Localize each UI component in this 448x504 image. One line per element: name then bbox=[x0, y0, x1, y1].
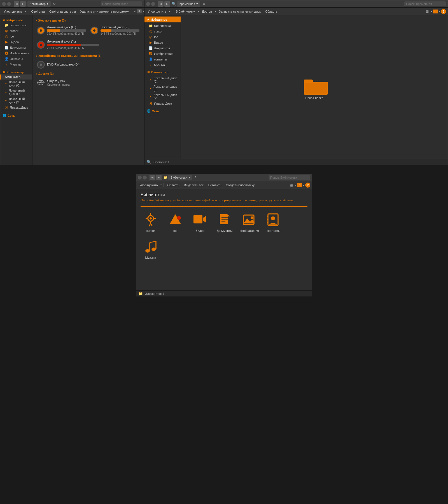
right-sidebar-ico[interactable]: ◎ Ico bbox=[144, 34, 181, 40]
bottom-refresh-button[interactable]: ↻ bbox=[194, 175, 198, 180]
library-music[interactable]: Музыка bbox=[141, 238, 161, 260]
forward-button[interactable]: ▶ bbox=[20, 1, 26, 7]
sidebar-item-video[interactable]: ▶ Видео bbox=[0, 39, 32, 45]
left-breadcrumb[interactable]: Компьютер ▾ bbox=[27, 1, 51, 7]
sidebar-item-disk-e[interactable]: ● Локальный диск (E: bbox=[0, 88, 32, 96]
right-window-icon[interactable]: □ bbox=[433, 10, 438, 13]
bottom-help-button[interactable]: ? bbox=[305, 183, 310, 188]
sidebar-item-disk-c[interactable]: ● Локальный диск (C: bbox=[0, 80, 32, 88]
refresh-button[interactable]: ↻ bbox=[52, 1, 56, 6]
sidebar-item-contacts[interactable]: 👤 контакты bbox=[0, 56, 32, 62]
drive-e[interactable]: Локальный диск (E:) 146 ГБ свободно на 2… bbox=[89, 24, 141, 36]
right-sidebar-contacts[interactable]: 👤 контакты bbox=[144, 57, 181, 62]
right-sidebar-images[interactable]: 🖼 Изображения bbox=[144, 51, 181, 57]
svg-point-12 bbox=[150, 217, 152, 220]
right-disk-y-icon: ● bbox=[149, 95, 152, 98]
arrange-button[interactable]: Упорядочить bbox=[2, 9, 24, 14]
drive-c-free: 32.4 ГБ свободно на 49.2 ГБ bbox=[47, 32, 86, 35]
right-disk-e[interactable]: ● Локальный диск (E: bbox=[144, 84, 181, 92]
left-search-input[interactable] bbox=[100, 1, 142, 7]
bottom-minimize-button[interactable] bbox=[143, 176, 147, 179]
left-window-content: ★ Избранное 📁 Библиотеки ◎ cursor ◎ Ico … bbox=[0, 15, 144, 165]
dvd-drive[interactable]: DVD RW дисковод (D:) bbox=[36, 60, 141, 70]
minimize-button[interactable] bbox=[7, 2, 11, 6]
bottom-back-button[interactable]: ◀ bbox=[150, 175, 155, 180]
toolbar-right: II • □ • ? bbox=[137, 9, 144, 14]
bottom-window-icon[interactable]: □ bbox=[297, 183, 302, 187]
bottom-breadcrumb[interactable]: Библиотеки ▾ bbox=[168, 175, 192, 180]
library-contacts[interactable]: контакты bbox=[264, 211, 284, 234]
right-breadcrumb[interactable]: временная ▾ bbox=[177, 1, 200, 7]
area-button[interactable]: Область bbox=[263, 9, 279, 14]
sidebar-item-disk-y[interactable]: ● Локальный диск (Y: bbox=[0, 96, 32, 105]
cursor-library-icon bbox=[143, 212, 158, 227]
right-window: ◀ ▶ 🔍 временная ▾ ↻ Упорядочить ▾ В библ… bbox=[144, 0, 448, 165]
bottom-toolbar-right: ▦ • □ • ? bbox=[289, 183, 310, 188]
sidebar-item-computer[interactable]: Компьютер bbox=[0, 74, 32, 80]
right-close-button[interactable] bbox=[146, 2, 150, 6]
bottom-window-controls bbox=[138, 176, 147, 179]
sidebar-item-cursor[interactable]: ◎ cursor bbox=[0, 28, 32, 34]
right-view-btn[interactable]: ▦ bbox=[424, 9, 430, 14]
library-cursor[interactable]: cursor bbox=[141, 211, 161, 234]
sidebar-item-yandex[interactable]: Я Яндекс.Диск bbox=[0, 105, 32, 110]
right-arrange-button[interactable]: Упорядочить bbox=[146, 9, 168, 14]
dvd-name: DVD RW дисковод (D:) bbox=[47, 63, 80, 66]
right-sidebar-cursor[interactable]: ◎ cursor bbox=[144, 29, 181, 34]
left-toolbar: Упорядочить ▾ Свойства Свойства системы … bbox=[0, 8, 144, 15]
right-titlebar-icons: ↻ bbox=[202, 1, 206, 6]
drives-grid: Локальный диск (C:) 32.4 ГБ свободно на … bbox=[36, 24, 141, 51]
yandex-disk-item[interactable]: Яндекс.Диск Системная папка bbox=[36, 78, 141, 88]
library-images[interactable]: Изображения bbox=[239, 211, 259, 234]
burn-button[interactable]: Записать на оптический диск bbox=[217, 9, 262, 14]
right-minimize-button[interactable] bbox=[151, 2, 155, 6]
right-disk-c[interactable]: ● Локальный диск (C: bbox=[144, 76, 181, 84]
bottom-close-button[interactable] bbox=[138, 176, 142, 179]
paste-button[interactable]: Вставить bbox=[207, 183, 223, 187]
right-sidebar-music[interactable]: ♪ Музыка bbox=[144, 62, 181, 68]
uninstall-button[interactable]: Удалить или изменить программу bbox=[79, 9, 130, 14]
bottom-forward-button[interactable]: ▶ bbox=[156, 175, 162, 180]
right-sidebar-video[interactable]: ▶ Видео bbox=[144, 40, 181, 45]
bottom-row: ◀ ▶ 📁 Библиотеки ▾ ↻ Упорядочить ▾ Облас… bbox=[0, 174, 448, 305]
right-forward-button[interactable]: ▶ bbox=[164, 1, 170, 7]
ico-icon: ◎ bbox=[4, 34, 8, 38]
sidebar-item-documents[interactable]: 📄 Документы bbox=[0, 45, 32, 50]
drive-c-bar-container bbox=[47, 29, 86, 32]
drive-c[interactable]: Локальный диск (C:) 32.4 ГБ свободно на … bbox=[36, 24, 87, 36]
system-properties-button[interactable]: Свойства системы bbox=[48, 9, 78, 14]
sidebar-item-music[interactable]: ♪ Музыка bbox=[0, 62, 32, 67]
pause-button[interactable]: II bbox=[137, 9, 142, 13]
back-button[interactable]: ◀ bbox=[14, 1, 19, 7]
sidebar-item-images[interactable]: 🖼 Изображения bbox=[0, 50, 32, 56]
to-library-button[interactable]: В библиотеку bbox=[174, 9, 197, 14]
select-all-button[interactable]: Выделить все bbox=[182, 183, 206, 187]
bottom-search-input[interactable] bbox=[268, 175, 310, 180]
yandex-disk-icon bbox=[37, 79, 45, 87]
library-ico[interactable]: Ico bbox=[165, 211, 185, 234]
right-back-button[interactable]: ◀ bbox=[158, 1, 164, 7]
drive-y[interactable]: Локальный диск (Y:) 29.8 ГБ свободно на … bbox=[36, 39, 100, 51]
sidebar-item-libraries[interactable]: 📁 Библиотеки bbox=[0, 22, 32, 28]
close-button[interactable] bbox=[2, 2, 6, 6]
right-disk-y[interactable]: ● Локальный диск (Y: bbox=[144, 92, 181, 101]
bottom-view-btn[interactable]: ▦ bbox=[289, 183, 294, 188]
sidebar-item-ico[interactable]: ◎ Ico bbox=[0, 34, 32, 39]
drive-y-info: Локальный диск (Y:) 29.8 ГБ свободно на … bbox=[47, 40, 99, 50]
right-sidebar-libraries[interactable]: 📁 Библиотеки bbox=[144, 23, 181, 29]
favorites-label: ★ Избранное bbox=[0, 17, 32, 22]
bottom-arrange-button[interactable]: Упорядочить bbox=[138, 183, 159, 187]
right-yandex[interactable]: Я Яндекс.Диск bbox=[144, 101, 181, 106]
properties-button[interactable]: Свойства bbox=[29, 9, 46, 14]
access-button[interactable]: Доступ bbox=[200, 9, 214, 14]
library-video[interactable]: Видео bbox=[190, 211, 210, 234]
library-documents[interactable]: Документы bbox=[214, 211, 235, 234]
right-search-input[interactable] bbox=[404, 1, 446, 7]
create-library-button[interactable]: Создать библиотеку bbox=[224, 183, 256, 187]
right-help-button[interactable]: ? bbox=[441, 9, 446, 14]
right-contacts-icon: 👤 bbox=[149, 57, 153, 61]
right-refresh-button[interactable]: ↻ bbox=[202, 1, 206, 6]
bottom-area-button[interactable]: Область bbox=[165, 183, 181, 187]
left-main-pane: Жесткие диски (3) Локальный диск (C:) 3 bbox=[32, 15, 144, 165]
right-sidebar-docs[interactable]: 📄 Документы bbox=[144, 45, 181, 51]
